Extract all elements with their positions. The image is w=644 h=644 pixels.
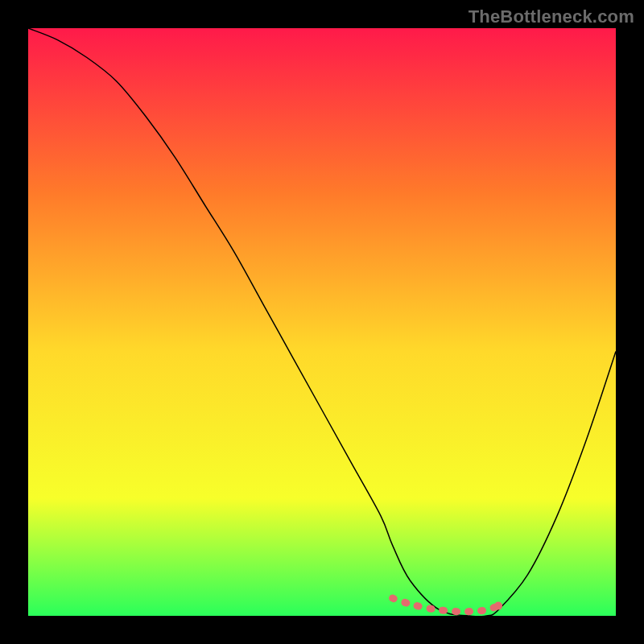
optimal-marker-dot: [494, 602, 502, 610]
watermark-label: TheBottleneck.com: [469, 6, 634, 27]
plot-area: [28, 28, 616, 616]
chart-container: TheBottleneck.com: [0, 0, 644, 644]
plot-svg: [28, 28, 616, 616]
gradient-background: [28, 28, 616, 616]
